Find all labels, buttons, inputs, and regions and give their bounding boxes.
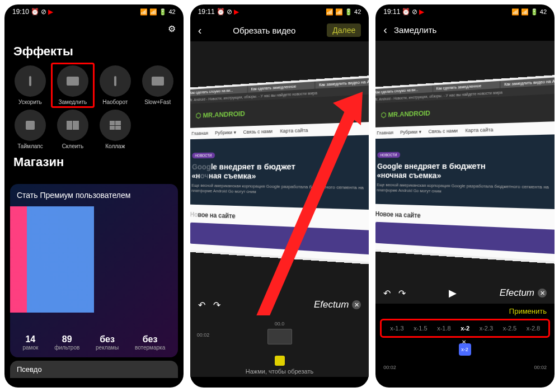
dnd-icon: ⊘ — [412, 8, 417, 16]
alarm-icon: ⏰ — [217, 8, 225, 16]
watermark: Efectum✕ — [314, 299, 361, 310]
slider-times: 00:02 00:02 — [375, 365, 555, 374]
trim-hint: Нажми, чтобы обрезать — [197, 366, 363, 377]
stat-noads: безрекламы — [96, 334, 119, 351]
signal-icon: 📶 — [140, 8, 148, 16]
screen-effects: 19:10 ⏰ ⊘ ▶ 📶 📶 🔋42 ⚙ Эффекты Ускорить З… — [4, 4, 184, 388]
header: ⚙ — [4, 19, 184, 39]
web-mock: Как сделать слоумо на ви...Как сделать з… — [375, 74, 555, 266]
header: ‹ Замедлить — [375, 19, 555, 41]
speed-opt[interactable]: x-2.8 — [527, 325, 540, 332]
signal-icon: 📶 — [326, 8, 333, 16]
controls: ↶↷ ▶ Efectum✕ — [375, 287, 555, 299]
effect-reverse[interactable]: Наоборот — [96, 65, 134, 105]
undo-icon[interactable]: ↶ — [383, 288, 391, 299]
pseudo-card[interactable]: Псевдо — [10, 361, 178, 378]
stats-row: 14рамок 89фильтров безрекламы безвотерма… — [10, 334, 178, 351]
wifi-icon: 📶 — [521, 8, 529, 16]
triangle-art — [10, 206, 94, 313]
screen-title: Обрезать видео — [233, 26, 295, 35]
speed-opt-active[interactable]: x-2 — [461, 325, 469, 332]
status-time: 19:11 — [383, 8, 400, 16]
stat-nowm: безвотермарка — [135, 334, 165, 351]
remove-wm-icon[interactable]: ✕ — [352, 300, 361, 309]
screen-title: Замедлить — [394, 25, 436, 35]
next-button[interactable]: Далее — [327, 23, 361, 37]
speed-opt[interactable]: x-1.3 — [390, 325, 403, 332]
yt-icon: ▶ — [234, 8, 239, 16]
hero-title: Google внедряет в бюджетн«ночная съемка» — [377, 160, 555, 181]
speed-opt[interactable]: x-2.3 — [480, 325, 493, 332]
controls: ↶↷ ▶ Efectum✕ — [190, 299, 369, 311]
undo-icon[interactable]: ↶ — [198, 300, 205, 310]
timeline-thumb[interactable] — [267, 329, 292, 344]
statusbar: 19:11 ⏰ ⊘ ▶ 📶 📶 🔋42 — [190, 4, 369, 19]
dnd-icon: ⊘ — [41, 8, 46, 16]
yt-icon: ▶ — [419, 8, 424, 16]
effect-merge[interactable]: Склеить — [54, 110, 92, 149]
trim-marker[interactable] — [275, 356, 285, 366]
alarm-icon: ⏰ — [31, 8, 39, 16]
statusbar: 19:11 ⏰ ⊘ ▶ 📶 📶 🔋42 — [375, 4, 555, 19]
speed-handle[interactable]: x-2 — [459, 343, 471, 356]
apply-button[interactable]: Применить — [375, 304, 555, 319]
redo-icon[interactable]: ↷ — [398, 288, 406, 299]
play-button[interactable]: ▶ — [449, 287, 457, 299]
speed-selector: x-1.3 x-1.5 x-1.8 x-2 x-2.3 x-2.5 x-2.8 — [380, 319, 550, 338]
effect-slowdown[interactable]: Замедлить — [51, 63, 95, 108]
battery-icon: 🔋 — [159, 8, 167, 16]
speed-opt[interactable]: x-1.5 — [414, 325, 427, 332]
timeline[interactable]: 00.0 00:02 Нажми, чтобы обрезать — [190, 315, 369, 377]
watermark: Efectum✕ — [500, 287, 547, 299]
play-button[interactable]: ▶ — [263, 299, 271, 311]
wifi-icon: 📶 — [335, 8, 343, 16]
video-preview[interactable]: Как сделать слоумо на ви...Как сделать з… — [190, 41, 369, 315]
premium-label: Стать Премиум пользователем — [10, 184, 178, 206]
effect-slowfast[interactable]: Slow+Fast — [139, 65, 177, 105]
effect-speedup[interactable]: Ускорить — [11, 65, 49, 105]
store-title: Магазин — [4, 149, 184, 176]
effect-timelapse[interactable]: Таймлапс — [11, 110, 49, 149]
signal-icon: 📶 — [511, 8, 519, 16]
yt-icon: ▶ — [48, 8, 53, 16]
stat-frames: 14рамок — [22, 334, 38, 351]
premium-card[interactable]: Стать Премиум пользователем 14рамок 89фи… — [10, 184, 178, 357]
redo-icon[interactable]: ↷ — [213, 300, 220, 310]
status-time: 19:11 — [198, 8, 215, 16]
header: ‹ Обрезать видео Далее — [190, 19, 369, 41]
speed-slider[interactable]: ✕ x-2 — [383, 347, 547, 361]
effect-collage[interactable]: Коллаж — [96, 110, 134, 149]
screen-trim: 19:11 ⏰ ⊘ ▶ 📶 📶 🔋42 ‹ Обрезать видео Дал… — [190, 4, 369, 388]
remove-wm-icon[interactable]: ✕ — [538, 289, 547, 297]
battery-icon: 🔋 — [530, 8, 538, 16]
wifi-icon: 📶 — [149, 8, 157, 16]
back-icon[interactable]: ‹ — [383, 23, 387, 36]
gear-icon[interactable]: ⚙ — [168, 23, 176, 34]
statusbar: 19:10 ⏰ ⊘ ▶ 📶 📶 🔋42 — [4, 4, 184, 19]
speed-opt[interactable]: x-1.8 — [437, 325, 450, 332]
web-mock: Как сделать слоумо на ви...Как сделать з… — [190, 74, 369, 266]
svg-point-0 — [73, 263, 94, 306]
video-preview[interactable]: Как сделать слоумо на ви...Как сделать з… — [375, 41, 555, 304]
battery-icon: 🔋 — [345, 8, 353, 16]
effects-title: Эффекты — [4, 39, 184, 65]
status-time: 19:10 — [12, 8, 29, 16]
stat-filters: 89фильтров — [54, 334, 79, 351]
back-icon[interactable]: ‹ — [198, 24, 202, 37]
screen-slowdown: 19:11 ⏰ ⊘ ▶ 📶 📶 🔋42 ‹ Замедлить Как сдел… — [375, 4, 555, 388]
speed-opt[interactable]: x-2.5 — [503, 325, 516, 332]
logo: ⬡MR.ANDROID — [190, 98, 369, 124]
effects-grid: Ускорить Замедлить Наоборот Slow+Fast Та… — [4, 65, 184, 149]
logo: ⬡MR.ANDROID — [375, 98, 555, 124]
alarm-icon: ⏰ — [402, 8, 410, 16]
dnd-icon: ⊘ — [227, 8, 232, 16]
